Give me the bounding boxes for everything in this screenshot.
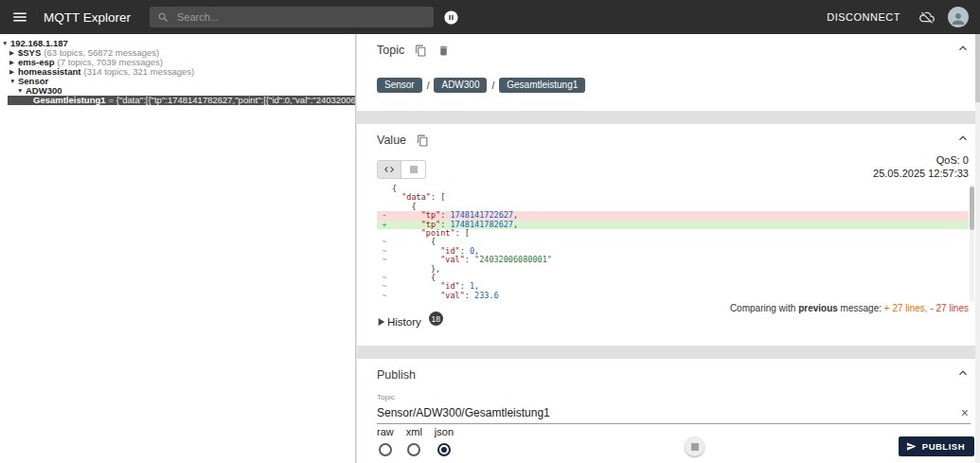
diff-marker bbox=[377, 203, 392, 211]
search-box[interactable] bbox=[150, 7, 434, 27]
diff-line: ~ "val": "24032006080001" bbox=[377, 256, 969, 264]
publish-topic-input[interactable]: Sensor/ADW300/Gesamtleistung1 × bbox=[377, 402, 971, 424]
tree-toggle-icon[interactable]: ▼ bbox=[2, 39, 10, 48]
radio-json[interactable] bbox=[437, 443, 451, 456]
diff-line: "data": [ bbox=[377, 193, 969, 202]
detail-pane: Topic Sensor/ADW300/Gesamtleistung1 Valu… bbox=[357, 34, 980, 463]
diff-marker: ~ bbox=[377, 282, 392, 291]
diff-marker: ~ bbox=[377, 247, 392, 256]
clear-topic-icon[interactable]: × bbox=[959, 406, 971, 419]
topic-tree: ▼192.168.1.187▶$SYS(63 topics, 56872 mes… bbox=[0, 34, 356, 463]
tree-meta: (63 topics, 56872 messages) bbox=[44, 48, 159, 58]
list-view-button[interactable] bbox=[401, 160, 426, 179]
radio-xml[interactable] bbox=[407, 443, 420, 456]
format-option-raw[interactable]: raw bbox=[377, 426, 394, 456]
pause-button[interactable] bbox=[443, 9, 459, 26]
tree-label: $SYS bbox=[18, 48, 41, 58]
breadcrumb-separator: / bbox=[491, 80, 494, 91]
diff-marker bbox=[377, 193, 392, 202]
diff-scrollbar[interactable] bbox=[970, 185, 974, 301]
tree-row[interactable]: ▼192.168.1.187 bbox=[0, 39, 355, 48]
disconnect-button[interactable]: DISCONNECT bbox=[821, 10, 906, 24]
tree-toggle-icon[interactable]: ▶ bbox=[9, 48, 18, 58]
tree-meta: (314 topics, 321 messages) bbox=[84, 67, 195, 77]
publish-topic-label: Topic bbox=[377, 393, 395, 401]
topic-chip[interactable]: ADW300 bbox=[434, 78, 487, 93]
diff-code: "val": 233.6 bbox=[392, 292, 499, 300]
radio-raw[interactable] bbox=[379, 443, 392, 456]
diff-marker bbox=[377, 229, 392, 238]
history-toggle[interactable]: History 18 bbox=[374, 314, 443, 329]
value-section-title: Value bbox=[377, 134, 406, 147]
copy-topic-icon[interactable] bbox=[415, 45, 427, 57]
publish-section: Publish Topic Sensor/ADW300/Gesamtleistu… bbox=[357, 359, 980, 463]
history-count-badge: 18 bbox=[429, 312, 443, 326]
diff-line: { bbox=[377, 185, 969, 193]
delete-topic-icon[interactable] bbox=[437, 45, 450, 57]
app-title: MQTT Explorer bbox=[44, 10, 131, 25]
tree-row[interactable]: Gesamtleistung1= {"data":[{"tp":17481417… bbox=[8, 96, 355, 105]
tree-row[interactable]: ▶ems-esp(7 topics, 7039 messages) bbox=[0, 58, 355, 67]
tree-row[interactable]: ▶homeassistant(314 topics, 321 messages) bbox=[0, 67, 355, 77]
tree-toggle-icon[interactable]: ▼ bbox=[17, 86, 26, 96]
history-label: History bbox=[387, 316, 421, 328]
format-options: rawxmljson bbox=[377, 426, 454, 456]
diff-marker: ~ bbox=[377, 238, 392, 246]
diff-line: ~ "val": 233.6 bbox=[377, 292, 969, 300]
tree-meta: (7 topics, 7039 messages) bbox=[58, 58, 163, 67]
value-view-toggle bbox=[377, 160, 426, 179]
diff-marker: + bbox=[377, 221, 392, 229]
format-option-xml[interactable]: xml bbox=[406, 426, 422, 456]
tree-label: homeassistant bbox=[18, 67, 81, 77]
publish-section-title: Publish bbox=[377, 368, 416, 382]
format-option-json[interactable]: json bbox=[435, 426, 454, 456]
copy-value-icon[interactable] bbox=[417, 134, 429, 147]
diff-marker: - bbox=[377, 211, 392, 220]
tree-row[interactable]: ▼Sensor bbox=[0, 77, 355, 86]
tree-label: ems-esp bbox=[18, 58, 55, 67]
value-section: Value QoS: 0 25.05.2025 12:57:33 { "data… bbox=[357, 124, 980, 346]
topic-chip[interactable]: Gesamtleistung1 bbox=[499, 78, 585, 93]
diff-line: }, bbox=[377, 265, 969, 274]
compare-summary: Comparing with previous message: + 27 li… bbox=[730, 303, 969, 313]
qos-label: QoS: 0 bbox=[936, 154, 969, 166]
collapse-publish-icon[interactable] bbox=[955, 365, 971, 381]
collapse-value-icon[interactable] bbox=[955, 131, 971, 146]
diff-line: "point": [ bbox=[377, 229, 969, 238]
tree-meta: = {"data":[{"tp":1748141782627,"point":[… bbox=[109, 96, 355, 105]
search-icon bbox=[157, 11, 169, 24]
payload-menu-button[interactable] bbox=[685, 436, 704, 456]
menu-icon[interactable] bbox=[11, 9, 28, 26]
tree-label: Sensor bbox=[18, 77, 48, 86]
format-label: json bbox=[435, 426, 454, 437]
tree-toggle-icon[interactable]: ▶ bbox=[9, 67, 18, 77]
tree-toggle-icon[interactable]: ▼ bbox=[9, 77, 18, 86]
tree-row[interactable]: ▶$SYS(63 topics, 56872 messages) bbox=[0, 48, 355, 58]
diff-viewer-lines[interactable]: { "data": [ {- "tp": 1748141722627,+ "tp… bbox=[377, 185, 969, 301]
diff-marker bbox=[377, 185, 392, 193]
pane-scrollbar[interactable] bbox=[975, 34, 980, 463]
cloud-off-icon[interactable] bbox=[919, 9, 935, 25]
topic-chip[interactable]: Sensor bbox=[377, 78, 422, 93]
topic-breadcrumb: Sensor/ADW300/Gesamtleistung1 bbox=[377, 78, 585, 93]
search-input[interactable] bbox=[175, 10, 426, 24]
diff-marker: ~ bbox=[377, 292, 392, 300]
format-label: raw bbox=[377, 426, 394, 437]
publish-topic-value[interactable]: Sensor/ADW300/Gesamtleistung1 bbox=[377, 406, 959, 419]
tree-row[interactable]: ▼ADW300 bbox=[0, 86, 355, 96]
collapse-topic-icon[interactable] bbox=[955, 41, 971, 56]
diff-marker bbox=[377, 265, 392, 274]
format-label: xml bbox=[406, 426, 422, 437]
send-icon bbox=[906, 441, 917, 452]
breadcrumb-separator: / bbox=[427, 80, 430, 91]
code-view-button[interactable] bbox=[377, 160, 401, 179]
publish-button[interactable]: PUBLISH bbox=[899, 436, 974, 456]
added-lines-count: + 27 lines, bbox=[884, 303, 928, 313]
tree-toggle-icon[interactable]: ▶ bbox=[9, 58, 18, 67]
tree-label: 192.168.1.187 bbox=[10, 39, 68, 48]
history-arrow-icon bbox=[374, 315, 387, 329]
avatar[interactable] bbox=[948, 7, 969, 27]
removed-lines-count: - 27 lines bbox=[928, 303, 969, 313]
message-timestamp: 25.05.2025 12:57:33 bbox=[873, 168, 969, 179]
tree-label: Gesamtleistung1 bbox=[33, 96, 106, 105]
